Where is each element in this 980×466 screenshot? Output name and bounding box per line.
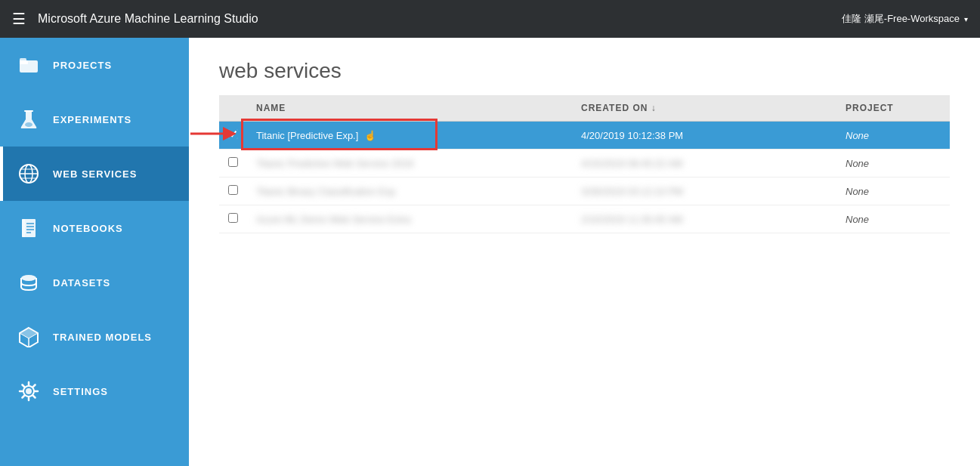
page-title: web services xyxy=(219,59,950,83)
sidebar-item-notebooks-label: NOTEBOOKS xyxy=(53,223,123,234)
svg-point-4 xyxy=(25,122,32,127)
content-area: web services NAME CREATED ON ↓ xyxy=(189,38,980,466)
sidebar-item-datasets-label: DATASETS xyxy=(53,277,110,289)
flask-icon xyxy=(15,106,42,133)
table-row[interactable]: Azure ML Demo Web Service Extra 2/10/201… xyxy=(219,205,950,233)
table-container: NAME CREATED ON ↓ PROJECT xyxy=(189,95,980,466)
globe-icon xyxy=(15,160,42,187)
service-date-blurred: 4/15/2019 08:45:22 AM xyxy=(581,158,682,169)
row-checkbox[interactable] xyxy=(219,150,247,177)
cube-icon xyxy=(15,323,42,350)
sidebar-item-web-services[interactable]: WEB SERVICES xyxy=(0,147,189,201)
sidebar: PROJECTS EXPERIMENTS xyxy=(0,38,189,466)
user-menu[interactable]: 佳隆 瀬尾-Free-Workspace ▾ xyxy=(842,12,968,26)
created-on-column-header[interactable]: CREATED ON ↓ xyxy=(572,95,836,122)
service-created-on: 3/28/2019 03:12:10 PM xyxy=(572,177,836,205)
user-name: 佳隆 瀬尾-Free-Workspace xyxy=(842,12,960,26)
svg-point-22 xyxy=(26,388,32,394)
web-services-table: NAME CREATED ON ↓ PROJECT xyxy=(219,95,950,233)
menu-icon[interactable]: ☰ xyxy=(12,10,26,28)
table-row[interactable]: Titanic [Predictive Exp.] ☝ 4/20/2019 10… xyxy=(219,122,950,150)
sidebar-item-projects[interactable]: PROJECTS xyxy=(0,38,189,92)
sidebar-item-experiments-label: EXPERIMENTS xyxy=(53,114,131,125)
sidebar-item-datasets[interactable]: DATASETS xyxy=(0,255,189,310)
service-name-cell[interactable]: Titanic [Predictive Exp.] ☝ xyxy=(247,122,572,150)
chevron-down-icon: ▾ xyxy=(964,15,968,23)
sidebar-item-trained-models-label: TRAINED MODELS xyxy=(53,332,152,343)
service-name-cell: Titanic Binary Classification Exp xyxy=(247,177,572,205)
svg-rect-11 xyxy=(22,219,25,237)
project-column-header: PROJECT xyxy=(836,95,950,122)
name-column-header[interactable]: NAME xyxy=(247,95,572,122)
service-name: Titanic [Predictive Exp.] xyxy=(256,130,358,141)
service-name-blurred: Titanic Binary Classification Exp xyxy=(256,186,395,197)
service-name-blurred: Titanic Predictive Web Service 2019 xyxy=(256,158,413,169)
svg-marker-18 xyxy=(20,328,38,338)
row-checkbox[interactable] xyxy=(219,205,247,233)
svg-rect-3 xyxy=(24,110,33,112)
service-project: None xyxy=(836,122,950,150)
service-date-blurred: 3/28/2019 03:12:10 PM xyxy=(581,186,683,197)
table-row[interactable]: Titanic Predictive Web Service 2019 4/15… xyxy=(219,150,950,177)
table-header-row: NAME CREATED ON ↓ PROJECT xyxy=(219,95,950,122)
sidebar-item-experiments[interactable]: EXPERIMENTS xyxy=(0,92,189,147)
datasets-icon xyxy=(15,269,42,296)
sidebar-item-web-services-label: WEB SERVICES xyxy=(53,168,137,180)
service-project: None xyxy=(836,150,950,177)
service-project: None xyxy=(836,205,950,233)
sidebar-item-trained-models[interactable]: TRAINED MODELS xyxy=(0,310,189,364)
service-date-blurred: 2/10/2019 11:30:45 AM xyxy=(581,214,682,225)
service-created-on: 4/20/2019 10:12:38 PM xyxy=(572,122,836,150)
row-checkbox[interactable] xyxy=(219,177,247,205)
service-name-blurred: Azure ML Demo Web Service Extra xyxy=(256,214,410,225)
sidebar-item-settings-label: SETTINGS xyxy=(53,386,108,397)
service-created-on: 4/15/2019 08:45:22 AM xyxy=(572,150,836,177)
cursor-icon: ☝ xyxy=(364,130,376,141)
folder-icon xyxy=(15,51,42,79)
svg-point-16 xyxy=(21,275,36,281)
gear-icon xyxy=(15,378,42,405)
topbar: ☰ Microsoft Azure Machine Learning Studi… xyxy=(0,0,980,38)
svg-rect-2 xyxy=(20,58,26,62)
sidebar-item-projects-label: PROJECTS xyxy=(53,60,112,71)
service-name-cell: Titanic Predictive Web Service 2019 xyxy=(247,150,572,177)
checkbox-header xyxy=(219,95,247,122)
service-project: None xyxy=(836,177,950,205)
table-row[interactable]: Titanic Binary Classification Exp 3/28/2… xyxy=(219,177,950,205)
service-name-cell: Azure ML Demo Web Service Extra xyxy=(247,205,572,233)
sidebar-item-settings[interactable]: SETTINGS xyxy=(0,364,189,418)
sort-desc-icon: ↓ xyxy=(651,103,657,113)
app-title: Microsoft Azure Machine Learning Studio xyxy=(38,12,842,26)
main-container: PROJECTS EXPERIMENTS xyxy=(0,38,980,466)
content-header: web services xyxy=(189,38,980,95)
sidebar-item-notebooks[interactable]: NOTEBOOKS xyxy=(0,201,189,255)
row-checkbox[interactable] xyxy=(219,122,247,150)
service-created-on: 2/10/2019 11:30:45 AM xyxy=(572,205,836,233)
notebook-icon xyxy=(15,214,42,242)
